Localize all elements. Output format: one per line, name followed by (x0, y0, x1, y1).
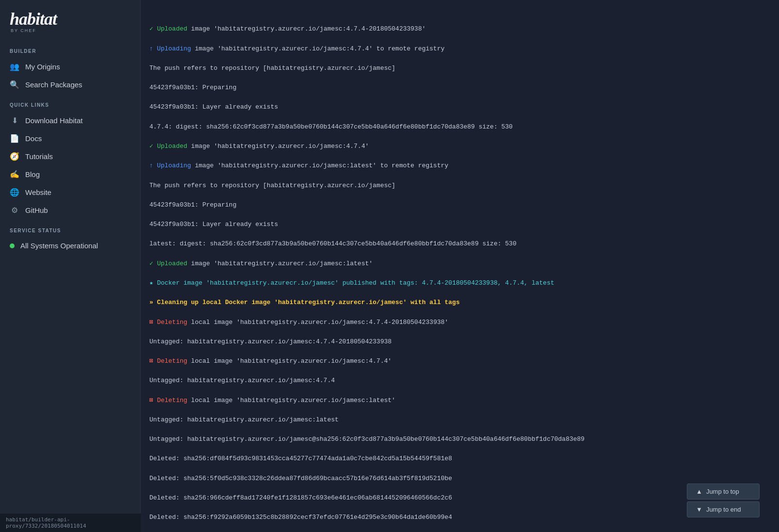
log-line: Deleted: sha256:f9292a6059b1325c8b28892c… (149, 513, 770, 522)
service-status-label: SERVICE STATUS (0, 219, 140, 237)
people-icon: 👥 (10, 62, 19, 71)
sidebar-item-label: Docs (25, 134, 42, 143)
log-line: ⊠ Deleting local image 'habitatregistry.… (149, 396, 770, 405)
status-text: All Systems Operational (20, 242, 98, 250)
log-line: 45423f9a03b1: Layer already exists (149, 102, 770, 112)
chevron-up-icon: ▲ (696, 488, 702, 495)
log-line: 45423f9a03b1: Layer already exists (149, 220, 770, 229)
jump-to-top-button[interactable]: ▲ Jump to top (687, 484, 760, 500)
log-line: 45423f9a03b1: Preparing (149, 200, 770, 210)
jump-to-bottom-button[interactable]: ▼ Jump to end (687, 501, 760, 517)
log-line: Untagged: habitatregistry.azurecr.io/jam… (149, 435, 770, 444)
logo-area: habitat BY CHEF (0, 0, 140, 40)
chevron-down-icon: ▼ (696, 506, 702, 513)
log-line: ↑ Uploading image 'habitatregistry.azure… (149, 161, 770, 171)
jump-top-label: Jump to top (706, 488, 739, 495)
sidebar-item-search-packages[interactable]: 🔍 Search Packages (0, 76, 140, 94)
bottom-path: habitat/builder-api-proxy/7332/201805040… (6, 516, 86, 529)
main-content: ✓ Uploaded image 'habitatregistry.azurec… (141, 0, 779, 532)
compass-icon: 🧭 (10, 152, 19, 161)
blog-icon: ✍ (10, 170, 19, 179)
sidebar-item-tutorials[interactable]: 🧭 Tutorials (0, 147, 140, 165)
log-line: ✓ Uploaded image 'habitatregistry.azurec… (149, 24, 770, 34)
sidebar-item-status: All Systems Operational (0, 237, 140, 254)
log-line: The push refers to repository [habitatre… (149, 181, 770, 191)
sidebar-item-my-origins[interactable]: 👥 My Origins (0, 58, 140, 76)
sidebar-item-label: Tutorials (25, 152, 53, 161)
sidebar-item-label: Website (25, 188, 51, 196)
log-line: Untagged: habitatregistry.azurecr.io/jam… (149, 376, 770, 386)
log-line: ↑ Uploading image 'habitatregistry.azure… (149, 44, 770, 54)
builder-label: BUILDER (0, 40, 140, 58)
log-line: ✓ Uploaded image 'habitatregistry.azurec… (149, 259, 770, 269)
logo-text: habitat (10, 9, 57, 29)
download-icon: ⬇ (10, 116, 19, 125)
log-line: Deleted: sha256:966cdeff8ad17240fe1f1281… (149, 493, 770, 503)
log-line: ✓ Uploaded image 'habitatregistry.azurec… (149, 142, 770, 151)
sidebar-item-label: My Origins (25, 63, 60, 71)
log-line: latest: digest: sha256:62c0f3cd877a3b9a5… (149, 239, 770, 249)
sidebar-item-website[interactable]: 🌐 Website (0, 183, 140, 201)
globe-icon: 🌐 (10, 188, 19, 197)
doc-icon: 📄 (10, 134, 19, 143)
log-line: The push refers to repository [habitatre… (149, 64, 770, 73)
log-line: ⊠ Deleting local image 'habitatregistry.… (149, 318, 770, 327)
sidebar-item-label: Blog (25, 170, 40, 178)
bottom-bar: habitat/builder-api-proxy/7332/201805040… (0, 514, 141, 532)
log-line: » Cleaning up local Docker image 'habita… (149, 298, 770, 307)
jump-buttons: ▲ Jump to top ▼ Jump to end (687, 484, 760, 517)
quick-links-label: QUICK LINKS (0, 94, 140, 112)
log-line: ★ Docker image 'habitatregistry.azurecr.… (149, 278, 770, 288)
sidebar: habitat BY CHEF BUILDER 👥 My Origins 🔍 S… (0, 0, 141, 532)
logo-sub: BY CHEF (11, 28, 36, 33)
search-icon: 🔍 (10, 80, 19, 89)
status-indicator (10, 243, 15, 248)
log-line: Deleted: sha256:df084f5d93c9831453cca452… (149, 454, 770, 464)
sidebar-item-github[interactable]: ⚙ GitHub (0, 201, 140, 219)
log-line: 45423f9a03b1: Preparing (149, 83, 770, 93)
log-line: 4.7.4: digest: sha256:62c0f3cd877a3b9a50… (149, 122, 770, 132)
sidebar-item-blog[interactable]: ✍ Blog (0, 165, 140, 183)
log-output: ✓ Uploaded image 'habitatregistry.azurec… (141, 0, 779, 532)
sidebar-item-download-habitat[interactable]: ⬇ Download Habitat (0, 112, 140, 129)
github-icon: ⚙ (10, 206, 19, 215)
log-line: Untagged: habitatregistry.azurecr.io/jam… (149, 337, 770, 347)
log-line: Untagged: habitatregistry.azurecr.io/jam… (149, 415, 770, 425)
log-line: ⊠ Deleting local image 'habitatregistry.… (149, 356, 770, 366)
sidebar-item-label: Search Packages (25, 81, 82, 89)
log-line: Deleted: sha256:5f0d5c938c3328c26ddea87f… (149, 474, 770, 484)
sidebar-item-label: GitHub (25, 206, 48, 214)
sidebar-item-docs[interactable]: 📄 Docs (0, 129, 140, 147)
jump-bottom-label: Jump to end (706, 506, 741, 513)
sidebar-item-label: Download Habitat (25, 116, 82, 125)
